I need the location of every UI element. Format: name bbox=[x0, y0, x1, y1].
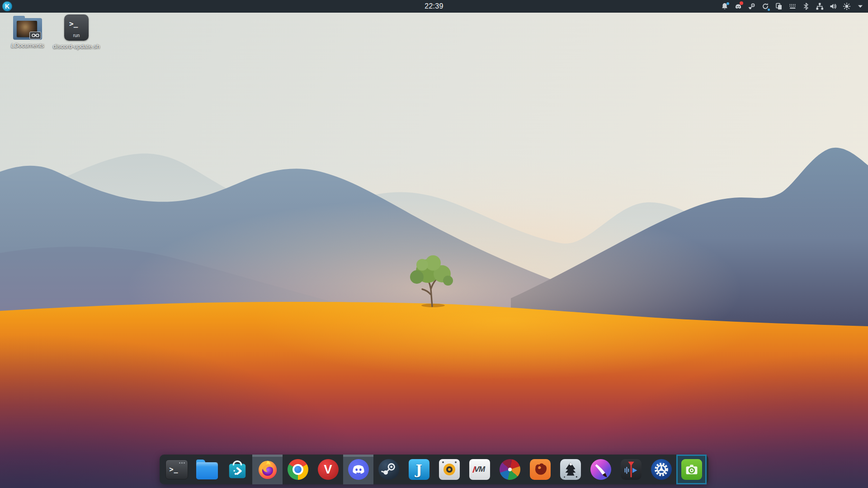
inkscape-diamond-icon bbox=[560, 459, 581, 480]
expand-tray-button[interactable] bbox=[856, 2, 864, 11]
kde-logo-icon: K bbox=[2, 1, 12, 11]
dock-item-krita[interactable] bbox=[585, 455, 616, 484]
folder-icon bbox=[13, 15, 42, 40]
dock-item-vmware[interactable]: VM bbox=[464, 455, 495, 484]
vivaldi-icon: V bbox=[318, 459, 339, 480]
dock-item-chrome[interactable] bbox=[283, 455, 313, 484]
sun-icon bbox=[843, 2, 851, 10]
discord-badge bbox=[740, 1, 743, 5]
desktop-icon-discord-update-sh[interactable]: >_ run discord-update.sh bbox=[52, 14, 100, 50]
firefox-icon bbox=[257, 459, 278, 480]
notifications-tray-item[interactable] bbox=[720, 2, 729, 11]
dock-item-steam[interactable] bbox=[373, 455, 404, 484]
steam-icon bbox=[378, 459, 399, 480]
network-tray-item[interactable] bbox=[815, 2, 824, 11]
dock-item-spectacle[interactable] bbox=[676, 455, 707, 484]
dock-item-dolphin[interactable] bbox=[192, 455, 222, 484]
video-editor-icon bbox=[621, 459, 642, 480]
color-shutter-icon bbox=[497, 457, 522, 482]
panel-clock[interactable]: 22:39 bbox=[425, 2, 443, 10]
wallpaper-art bbox=[0, 0, 868, 488]
keyboard-icon bbox=[788, 2, 797, 10]
run-badge: run bbox=[64, 33, 89, 38]
desktop-wallpaper bbox=[0, 0, 868, 488]
brightness-tray-item[interactable] bbox=[842, 2, 851, 11]
volume-tray-item[interactable] bbox=[829, 2, 837, 11]
terminal-prompt-glyph: >_ bbox=[69, 19, 78, 28]
clipboard-pages-icon bbox=[775, 2, 783, 10]
keyboard-tray-item[interactable] bbox=[788, 2, 797, 11]
updates-tray-item[interactable] bbox=[761, 2, 769, 11]
paintbrush-icon bbox=[590, 459, 611, 480]
desktop-icon-label: LDocuments bbox=[4, 42, 52, 49]
chrome-icon bbox=[288, 459, 308, 480]
dock-item-orange-cat-app[interactable] bbox=[525, 455, 555, 484]
dock-item-audacious[interactable] bbox=[434, 455, 464, 484]
chevron-down-icon bbox=[856, 2, 864, 10]
speaker-icon bbox=[829, 2, 837, 10]
desktop-icon-ldocuments[interactable]: LDocuments bbox=[4, 15, 52, 49]
dock-item-firefox[interactable] bbox=[252, 455, 283, 484]
dock: >_ V J bbox=[160, 455, 708, 484]
bluetooth-tray-item[interactable] bbox=[802, 2, 810, 11]
discord-icon bbox=[348, 459, 369, 480]
app-store-bag-icon bbox=[227, 459, 248, 480]
app-launcher-button[interactable]: K bbox=[2, 1, 12, 11]
dock-item-vivaldi[interactable]: V bbox=[313, 455, 343, 484]
desktop-icon-label: discord-update.sh bbox=[52, 43, 100, 50]
vmware-icon: VM bbox=[469, 459, 490, 480]
steam-icon bbox=[748, 2, 756, 10]
script-icon: >_ run bbox=[64, 14, 89, 41]
letter-j-icon: J bbox=[409, 459, 429, 480]
clipboard-tray-item[interactable] bbox=[774, 2, 783, 11]
camera-icon bbox=[681, 459, 702, 480]
window-dots bbox=[179, 462, 180, 464]
speaker-box-icon bbox=[439, 459, 460, 480]
cat-silhouette-icon bbox=[530, 459, 551, 480]
network-nodes-icon bbox=[816, 2, 824, 10]
link-emblem-icon bbox=[29, 32, 41, 39]
dock-item-konsole[interactable]: >_ bbox=[161, 455, 192, 484]
dock-item-kdenlive[interactable] bbox=[616, 455, 646, 484]
notification-badge bbox=[726, 2, 729, 5]
blue-folder-icon bbox=[196, 462, 218, 479]
dock-item-inkscape[interactable] bbox=[555, 455, 585, 484]
top-panel: K 22:39 bbox=[0, 0, 868, 13]
steam-tray-item[interactable] bbox=[747, 2, 756, 11]
updates-badge bbox=[768, 9, 770, 11]
dock-item-jdownloader[interactable]: J bbox=[404, 455, 434, 484]
terminal-icon: >_ bbox=[165, 460, 188, 479]
bluetooth-icon bbox=[802, 2, 810, 10]
dock-item-discover[interactable] bbox=[222, 455, 252, 484]
gear-icon bbox=[651, 459, 672, 480]
discord-tray-item[interactable] bbox=[734, 2, 742, 11]
dock-item-system-settings[interactable] bbox=[646, 455, 676, 484]
dock-item-discord[interactable] bbox=[343, 455, 373, 484]
dock-item-digikam[interactable] bbox=[495, 455, 525, 484]
system-tray bbox=[720, 0, 864, 13]
